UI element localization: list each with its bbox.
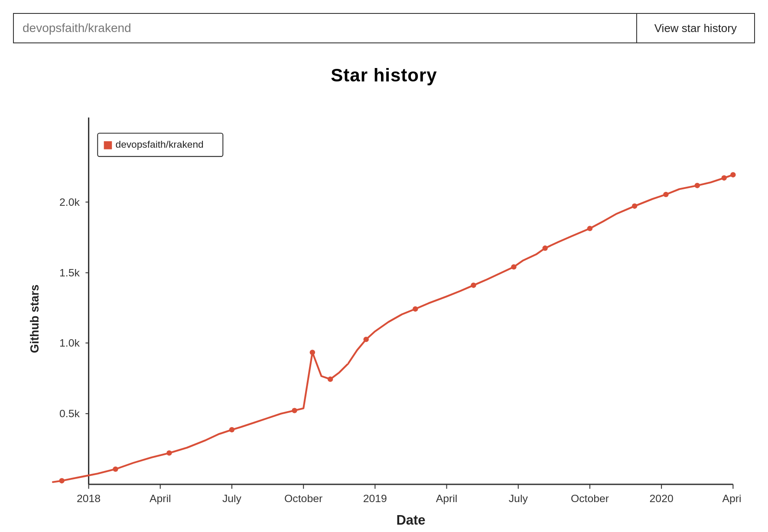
data-point	[730, 172, 735, 177]
star-history-chart: Github stars 0.5k 1.0k 1.5k 2.0k	[26, 99, 742, 532]
x-tick-apr-2020: April	[722, 493, 742, 504]
data-point	[471, 282, 476, 288]
x-tick-apr-2018: April	[150, 493, 171, 504]
legend-color-swatch	[104, 141, 112, 149]
data-point	[663, 192, 668, 197]
data-point	[543, 246, 548, 251]
data-point	[364, 337, 369, 342]
data-point	[722, 175, 727, 180]
data-point	[511, 264, 516, 269]
chart-container: Star history Github stars 0.5k 1.0k 1.5k	[0, 52, 768, 532]
data-point	[328, 376, 333, 382]
y-tick-10k: 1.0k	[59, 337, 80, 349]
star-history-line	[53, 175, 733, 482]
x-tick-apr-2019: April	[436, 493, 458, 504]
legend-label: devopsfaith/krakend	[116, 139, 204, 150]
data-point	[587, 226, 592, 231]
repo-input[interactable]: devopsfaith/krakend	[13, 13, 636, 43]
chart-title: Star history	[331, 65, 437, 86]
chart-area: Github stars 0.5k 1.0k 1.5k 2.0k	[26, 99, 742, 532]
x-tick-oct-2019: October	[571, 493, 609, 504]
y-tick-05k: 0.5k	[59, 408, 80, 419]
x-tick-oct-2018: October	[284, 493, 322, 504]
data-point	[292, 408, 297, 413]
x-tick-jul-2018: July	[222, 493, 242, 504]
x-tick-2019: 2019	[363, 493, 387, 504]
y-tick-20k: 2.0k	[59, 196, 80, 208]
view-star-history-button[interactable]: View star history	[636, 13, 755, 43]
top-bar: devopsfaith/krakend View star history	[0, 4, 768, 52]
data-point	[113, 467, 118, 472]
x-tick-jul-2019: July	[509, 493, 528, 504]
y-tick-15k: 1.5k	[59, 267, 80, 279]
data-point	[695, 183, 700, 188]
data-point	[413, 306, 418, 311]
x-tick-2018: 2018	[77, 493, 101, 504]
data-point	[229, 427, 234, 432]
data-point	[166, 450, 172, 455]
x-axis-label: Date	[396, 513, 425, 528]
data-point	[632, 204, 637, 209]
data-point	[59, 478, 64, 483]
x-tick-2020: 2020	[650, 493, 674, 504]
y-axis-label: Github stars	[28, 285, 41, 353]
data-point	[310, 350, 315, 355]
